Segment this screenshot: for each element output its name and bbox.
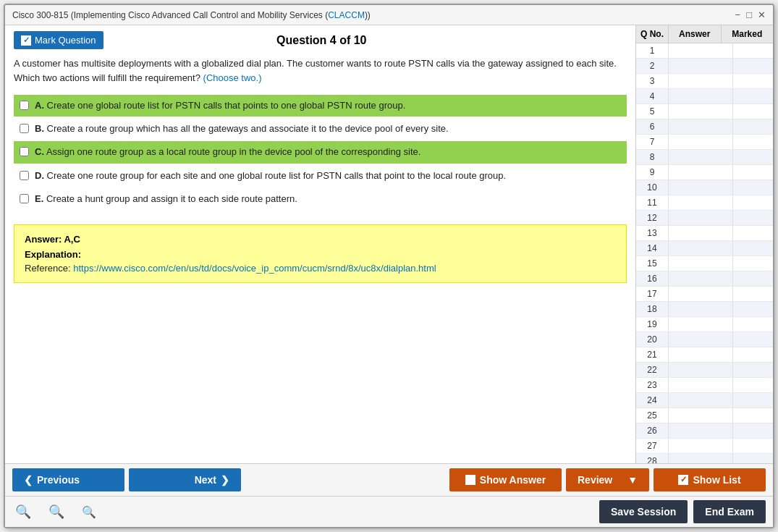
window-title: Cisco 300-815 (Implementing Cisco Advanc… (12, 10, 371, 20)
title-bar: Cisco 300-815 (Implementing Cisco Advanc… (5, 5, 773, 25)
option-d-text: D. Create one route group for each site … (35, 169, 506, 182)
maximize-button[interactable]: □ (746, 10, 752, 20)
bottom-toolbar: Previous Next Show Answer Review ▼ ✓ Sho… (5, 463, 773, 496)
q-answer (669, 241, 733, 256)
q-answer (669, 74, 733, 88)
answer-header: Answer (669, 25, 722, 43)
option-d: D. Create one route group for each site … (14, 165, 627, 187)
table-row[interactable]: 16 (636, 271, 773, 287)
q-answer (669, 119, 733, 134)
table-row[interactable]: 10 (636, 180, 773, 195)
q-number: 22 (636, 363, 669, 377)
table-row[interactable]: 17 (636, 287, 773, 302)
table-row[interactable]: 2 (636, 59, 773, 74)
window-title-link: CLACCM (328, 10, 365, 20)
table-row[interactable]: 1 (636, 43, 773, 59)
table-row[interactable]: 14 (636, 241, 773, 256)
q-marked (733, 393, 773, 408)
table-row[interactable]: 22 (636, 363, 773, 378)
question-text: A customer has multisite deployments wit… (14, 56, 627, 85)
table-row[interactable]: 12 (636, 211, 773, 226)
q-number: 13 (636, 226, 669, 240)
q-marked (733, 423, 773, 438)
table-row[interactable]: 28 (636, 454, 773, 463)
q-number: 3 (636, 74, 669, 88)
table-row[interactable]: 25 (636, 408, 773, 423)
q-answer (669, 59, 733, 73)
show-list-button[interactable]: ✓ Show List (654, 468, 766, 491)
q-marked (733, 226, 773, 240)
table-row[interactable]: 6 (636, 119, 773, 135)
table-row[interactable]: 13 (636, 226, 773, 241)
table-row[interactable]: 9 (636, 165, 773, 180)
q-answer (669, 195, 733, 210)
zoom-normal-button[interactable]: 🔍 (46, 502, 67, 521)
table-row[interactable]: 3 (636, 74, 773, 89)
table-row[interactable]: 5 (636, 104, 773, 119)
minimize-button[interactable]: − (735, 10, 741, 20)
option-b-checkbox[interactable] (20, 124, 29, 133)
q-answer (669, 393, 733, 408)
previous-label: Previous (37, 474, 80, 486)
q-answer (669, 226, 733, 240)
option-a-checkbox[interactable] (20, 101, 29, 110)
q-number: 28 (636, 454, 669, 463)
close-button[interactable]: ✕ (758, 10, 766, 20)
q-number: 2 (636, 59, 669, 73)
table-row[interactable]: 24 (636, 393, 773, 408)
q-answer (669, 271, 733, 286)
left-panel: Mark Question Question 4 of 10 A custome… (5, 25, 635, 463)
previous-button[interactable]: Previous (12, 468, 124, 491)
q-marked (733, 119, 773, 134)
table-row[interactable]: 21 (636, 347, 773, 363)
q-answer (669, 423, 733, 438)
table-row[interactable]: 15 (636, 256, 773, 271)
main-window: Cisco 300-815 (Implementing Cisco Advanc… (4, 4, 774, 528)
zoom-out-button[interactable]: 🔍 (12, 502, 34, 521)
q-marked (733, 211, 773, 225)
q-answer (669, 378, 733, 392)
option-c-checkbox[interactable] (20, 147, 29, 156)
q-marked (733, 89, 773, 104)
table-row[interactable]: 20 (636, 332, 773, 347)
q-no-header: Q No. (636, 25, 669, 43)
table-row[interactable]: 11 (636, 195, 773, 211)
show-answer-label: Show Answer (480, 474, 546, 486)
question-title: Question 4 of 10 (17, 34, 627, 47)
table-row[interactable]: 18 (636, 302, 773, 317)
q-answer (669, 287, 733, 301)
toolbar: Mark Question Question 4 of 10 (14, 31, 627, 49)
option-e-checkbox[interactable] (20, 194, 29, 203)
option-a-text: A. Create one global route list for PSTN… (35, 99, 405, 112)
q-list-scroll[interactable]: 1 2 3 4 5 6 7 8 (636, 43, 773, 463)
table-row[interactable]: 26 (636, 423, 773, 439)
q-marked (733, 378, 773, 392)
table-row[interactable]: 27 (636, 439, 773, 454)
reference-link[interactable]: https://www.cisco.com/c/en/us/td/docs/vo… (73, 263, 436, 274)
table-row[interactable]: 19 (636, 317, 773, 332)
q-answer (669, 439, 733, 453)
show-answer-checkbox-icon (465, 475, 475, 485)
save-session-label: Save Session (611, 506, 676, 518)
q-marked (733, 287, 773, 301)
end-exam-button[interactable]: End Exam (693, 500, 766, 523)
q-number: 27 (636, 439, 669, 453)
table-row[interactable]: 8 (636, 150, 773, 165)
answer-box: Answer: A,C Explanation: Reference: http… (14, 224, 627, 283)
q-answer (669, 150, 733, 164)
q-answer (669, 332, 733, 347)
table-row[interactable]: 4 (636, 89, 773, 104)
table-row[interactable]: 7 (636, 135, 773, 150)
q-number: 23 (636, 378, 669, 392)
show-answer-button[interactable]: Show Answer (449, 468, 562, 491)
table-row[interactable]: 23 (636, 378, 773, 393)
zoom-in-button[interactable]: 🔍 (79, 504, 99, 520)
option-d-checkbox[interactable] (20, 171, 29, 180)
save-session-button[interactable]: Save Session (599, 500, 688, 523)
footer-right: Save Session End Exam (599, 500, 766, 523)
q-marked (733, 74, 773, 88)
review-button[interactable]: Review ▼ (566, 468, 649, 491)
end-exam-label: End Exam (705, 506, 754, 518)
next-button[interactable]: Next (129, 468, 241, 491)
q-marked (733, 317, 773, 332)
